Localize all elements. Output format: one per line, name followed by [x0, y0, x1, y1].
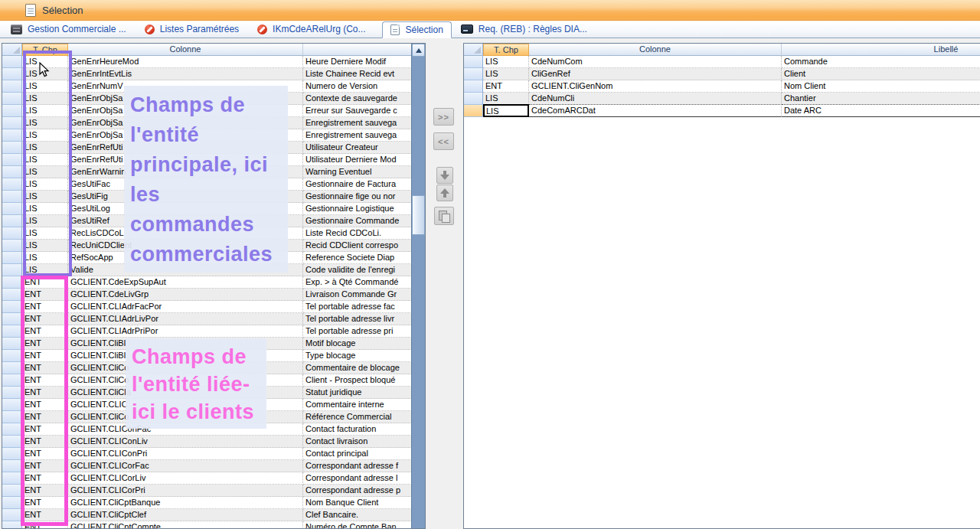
row-header-cell[interactable] — [2, 166, 22, 178]
field-type-cell[interactable]: ENT — [22, 521, 68, 528]
field-type-cell[interactable]: LIS — [22, 80, 68, 93]
table-row[interactable]: LISGenEnrObjSaContexte de sauvegarde — [2, 93, 411, 105]
table-row[interactable]: LISGenEnrWarninWarning Eventuel — [2, 166, 411, 178]
row-header-cell[interactable] — [2, 227, 22, 240]
label-cell[interactable]: Contact facturation — [303, 423, 411, 436]
move-down-button[interactable] — [436, 167, 453, 184]
row-header-cell[interactable] — [2, 264, 22, 276]
table-row[interactable]: ENTGCLIENT.CLICorPriCorrespondant adress… — [2, 485, 411, 497]
table-row[interactable]: LISGenEnrRefUtiUtilisateur Createur — [2, 142, 411, 154]
label-cell[interactable]: Numero de Version — [303, 80, 411, 93]
column-name-cell[interactable]: GesUtiFig — [68, 191, 303, 203]
field-type-cell[interactable]: LIS — [22, 129, 68, 142]
row-header-cell[interactable] — [2, 154, 22, 166]
label-cell[interactable]: Clef Bancaire. — [303, 509, 411, 521]
table-row[interactable]: LISCdeNumComCommande — [464, 56, 980, 68]
table-row[interactable]: ENTGCLIENT.CLIAdrPriPorTel portable adre… — [2, 325, 411, 338]
table-row[interactable]: ENTGCLIENT.CliCoCommentaire de blocage — [2, 362, 411, 374]
field-type-cell[interactable]: ENT — [22, 485, 68, 497]
label-cell[interactable]: Contact principal — [303, 448, 411, 460]
table-row[interactable]: LISCliGenRefClient — [464, 68, 980, 80]
table-row[interactable]: ENTGCLIENT.CliCoClient - Prospect bloqué — [2, 374, 411, 387]
column-name-cell[interactable]: GenEnrNumV — [68, 80, 303, 93]
row-header-cell[interactable] — [2, 387, 22, 399]
table-row[interactable]: ENTGCLIENT.CLICorLivCorrespondant adress… — [2, 472, 411, 485]
field-type-cell[interactable]: LIS — [22, 117, 68, 129]
row-header-cell[interactable] — [2, 215, 22, 227]
label-cell[interactable]: Utilisateur Createur — [303, 142, 411, 154]
table-row[interactable]: LISGesUtiLogGestionnaire Logistique — [2, 203, 411, 215]
table-row[interactable]: LISGenEnrRefUtiUtilisateur Derniere Mod — [2, 154, 411, 166]
column-name-cell[interactable]: GenEnrObjSa — [68, 129, 303, 142]
field-type-cell[interactable]: LIS — [22, 93, 68, 105]
table-row[interactable]: LISValideCode validite de l'enregi — [2, 264, 411, 276]
field-type-cell[interactable]: ENT — [22, 387, 68, 399]
field-type-cell[interactable]: ENT — [22, 362, 68, 374]
field-type-cell[interactable]: ENT — [22, 411, 68, 423]
table-row[interactable]: LISGenEnrObjSaEnregistrement sauvega — [2, 117, 411, 129]
field-type-cell[interactable]: ENT — [483, 80, 529, 93]
row-header-cell[interactable] — [2, 105, 22, 117]
column-name-cell[interactable]: CliGenRef — [529, 68, 782, 80]
column-name-cell[interactable]: GCLIENT.CLIC — [68, 399, 303, 411]
label-cell[interactable]: Correspondant adresse l — [303, 472, 411, 485]
table-row[interactable]: LISGenEnrObjSaErreur sur Sauvegarde c — [2, 105, 411, 117]
column-header-type[interactable]: T. Chp — [483, 44, 529, 56]
label-cell[interactable]: Livraison Commande Gr — [303, 289, 411, 301]
row-header-cell[interactable] — [2, 460, 22, 472]
table-row[interactable]: ENTGCLIENT.CLIConPriContact principal — [2, 448, 411, 460]
label-cell[interactable]: Correspondant adresse p — [303, 485, 411, 497]
label-cell[interactable]: Utilisateur Derniere Mod — [303, 154, 411, 166]
label-cell[interactable]: Client - Prospect bloqué — [303, 374, 411, 387]
tab-listes-parametrees[interactable]: Listes Paramétrées — [143, 21, 240, 38]
column-name-cell[interactable]: GenEnrHeureMod — [68, 56, 303, 68]
field-type-cell[interactable]: ENT — [22, 350, 68, 362]
column-name-cell[interactable]: GCLIENT.CLIConFac — [68, 423, 303, 436]
row-header-cell[interactable] — [2, 191, 22, 203]
column-header-label[interactable] — [303, 44, 411, 56]
table-row[interactable]: ENTGCLIENT.CliCptClefClef Bancaire. — [2, 509, 411, 521]
table-row[interactable]: LISGenEnrIntEvtLisListe Chainee Recid ev… — [2, 68, 411, 80]
column-name-cell[interactable]: GCLIENT.CLICorPri — [68, 485, 303, 497]
table-row[interactable]: ENTGCLIENT.CdeLivGrpLivraison Commande G… — [2, 289, 411, 301]
table-row[interactable]: LISGesUtiFacGestionnaire de Factura — [2, 178, 411, 191]
column-name-cell[interactable]: GCLIENT.CliCptClef — [68, 509, 303, 521]
column-name-cell[interactable]: GenEnrObjSa — [68, 93, 303, 105]
table-row[interactable]: LISCdeNumCliChantier — [464, 93, 980, 105]
table-row[interactable]: LISCdeComARCDatDate ARC — [464, 105, 980, 117]
row-header-cell[interactable] — [2, 142, 22, 154]
move-up-button[interactable] — [436, 184, 453, 201]
table-row[interactable]: LISGenEnrObjSaEnregistrement sauvega — [2, 129, 411, 142]
table-row[interactable]: ENTGCLIENT.CliCptCompteNuméro de Compte … — [2, 521, 411, 528]
row-header-cell[interactable] — [2, 374, 22, 387]
column-name-cell[interactable]: Valide — [68, 264, 303, 276]
row-header-cell[interactable] — [2, 338, 22, 350]
field-type-cell[interactable]: LIS — [22, 178, 68, 191]
field-type-cell[interactable]: LIS — [22, 215, 68, 227]
tab-selection[interactable]: Sélection — [382, 21, 451, 38]
row-header-cell[interactable] — [2, 436, 22, 448]
label-cell[interactable]: Exp. > à Qté Commandé — [303, 276, 411, 289]
field-type-cell[interactable]: LIS — [22, 252, 68, 264]
label-cell[interactable]: Commande — [782, 56, 980, 68]
select-all-corner[interactable] — [464, 44, 483, 56]
column-name-cell[interactable]: GCLIENT.CliBl — [68, 338, 303, 350]
field-type-cell[interactable]: LIS — [483, 104, 529, 117]
label-cell[interactable]: Gestionnaire fige ou nor — [303, 191, 411, 203]
label-cell[interactable]: Liste Chainee Recid evt — [303, 68, 411, 80]
field-type-cell[interactable]: LIS — [22, 203, 68, 215]
field-type-cell[interactable]: LIS — [22, 191, 68, 203]
row-header-cell[interactable] — [2, 117, 22, 129]
row-header-cell[interactable] — [2, 497, 22, 509]
label-cell[interactable]: Gestionnaire Commande — [303, 215, 411, 227]
table-row[interactable]: LISRecUniCDClientRecid CDClient correspo — [2, 240, 411, 252]
field-type-cell[interactable]: ENT — [22, 301, 68, 313]
scrollbar-thumb[interactable] — [412, 195, 425, 235]
field-type-cell[interactable]: ENT — [22, 289, 68, 301]
column-header-column[interactable]: Colonne — [529, 44, 782, 56]
column-name-cell[interactable]: GenEnrObjSa — [68, 117, 303, 129]
row-header-cell[interactable] — [464, 68, 483, 80]
column-header-column[interactable]: Colonne — [68, 44, 303, 56]
label-cell[interactable]: Date ARC — [782, 104, 980, 117]
row-header-cell[interactable] — [2, 56, 22, 68]
